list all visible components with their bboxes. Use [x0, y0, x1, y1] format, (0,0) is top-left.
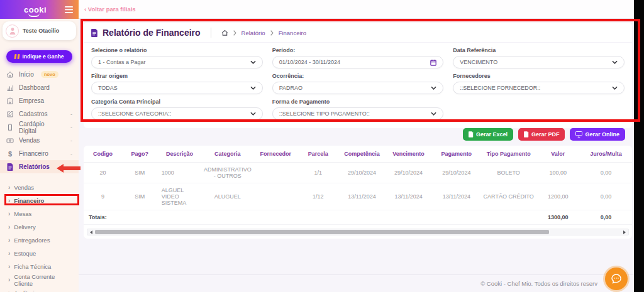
- chevron-down-icon: [612, 60, 618, 64]
- report-select[interactable]: 1 - Contas a Pagar: [91, 56, 263, 68]
- fornecedores-select[interactable]: ::SELECIONE FORNECEDOR::: [453, 82, 625, 94]
- home-icon[interactable]: [221, 30, 228, 36]
- chevron-right-icon: ›: [8, 289, 10, 292]
- gerar-excel-button[interactable]: Gerar Excel: [463, 128, 513, 141]
- breadcrumb-chevron-icon: [270, 30, 274, 36]
- filter-categoria-conta: Categoria Conta Principal ::SELECIONE CA…: [91, 99, 263, 120]
- sidebar-subitem-conta-corrente-cliente[interactable]: ›Conta Corrente Cliente: [0, 273, 79, 286]
- filter-forma-pagamento: Forma de Pagamento ::SELECIONE TIPO PAGA…: [272, 99, 444, 120]
- user-icon: [9, 27, 16, 35]
- filter-label: Data Referência: [453, 47, 625, 53]
- data-referencia-select[interactable]: VENCIMENTO: [453, 56, 625, 68]
- select-value: ::SELECIONE FORNECEDOR::: [460, 85, 540, 91]
- report-table: Codigo Pago? Descrição Categoria Fornece…: [84, 146, 632, 225]
- sidebar-menu: Início novo Dashboard Empresa Cadastros …: [0, 68, 79, 173]
- pencil-square-icon: [6, 111, 14, 118]
- sidebar-subitem-auditoria[interactable]: ›Auditoria: [0, 286, 79, 292]
- collapse-indicator: -: [70, 138, 72, 144]
- sidebar-item-dashboard[interactable]: Dashboard: [0, 81, 79, 94]
- select-value: ::SELECIONE CATEGORIA::: [98, 111, 171, 117]
- footer: © Cooki - Chef Mio. Todos os direitos re…: [79, 274, 634, 292]
- actions-row: Gerar Excel Gerar PDF Gerar Online: [463, 128, 625, 141]
- collapse-indicator: -: [70, 111, 72, 117]
- chevron-down-icon: [250, 60, 256, 64]
- file-icon: [524, 131, 529, 138]
- scrollbar-thumb[interactable]: [95, 230, 549, 234]
- filter-data-referencia: Data Referência VENCIMENTO: [453, 47, 625, 68]
- calendar-icon: [430, 59, 436, 66]
- select-value: TODAS: [98, 85, 118, 91]
- sidebar-item-cadastros[interactable]: Cadastros -: [0, 107, 79, 121]
- breadcrumb-chevron-icon: [233, 30, 237, 36]
- filter-label: Ocorrência:: [272, 73, 444, 79]
- filter-selecione-relatorio: Selecione o relatório 1 - Contas a Pagar: [91, 47, 263, 68]
- select-value: PADRAO: [279, 85, 303, 91]
- ocorrencia-select[interactable]: PADRAO: [272, 82, 444, 94]
- copyright-text: © Cooki - Chef Mio. Todos os direitos re…: [480, 280, 597, 287]
- divider: [211, 28, 211, 38]
- back-link[interactable]: ‹ Voltar para filiais: [84, 6, 136, 13]
- collapse-indicator: -: [70, 124, 72, 131]
- select-value: 01/10/2024 - 30/11/2024: [279, 59, 340, 65]
- gerar-online-button[interactable]: Gerar Online: [570, 128, 625, 141]
- totals-row: Totais: 1300,00 0,00: [84, 210, 632, 225]
- sidebar-subitem-financeiro[interactable]: ›Financeiro: [0, 194, 79, 207]
- chevron-right-icon: ›: [8, 224, 10, 230]
- sidebar-item-inicio[interactable]: Início novo: [0, 68, 79, 81]
- sidebar-subitem-estoque[interactable]: ›Estoque: [0, 247, 79, 260]
- forma-pagamento-select[interactable]: ::SELECIONE TIPO PAGAMENTO::: [272, 107, 444, 120]
- document-icon: [91, 29, 98, 37]
- period-date-input[interactable]: 01/10/2024 - 30/11/2024: [272, 56, 444, 68]
- menu-icon[interactable]: [65, 6, 73, 13]
- sidebar-item-empresa[interactable]: Empresa: [0, 94, 79, 107]
- novo-badge: novo: [41, 71, 58, 78]
- indique-ganhe-button[interactable]: Indique e Ganhe: [6, 50, 72, 63]
- chevron-down-icon: [250, 86, 256, 90]
- select-value: VENCIMENTO: [460, 59, 497, 65]
- monitor-icon: [575, 131, 582, 138]
- sidebar-item-financeiro[interactable]: $ Financeiro -: [0, 147, 79, 160]
- table-row[interactable]: 20 SIM 1000 ADMINISTRATIVO - OUTROS 1/1 …: [84, 163, 632, 183]
- scroll-right-icon[interactable]: [623, 230, 626, 234]
- sidebar-subitem-ficha-tecnica[interactable]: ›Ficha Técnica: [0, 260, 79, 273]
- horizontal-scrollbar[interactable]: [87, 229, 629, 235]
- user-name: Teste Otacilio: [23, 28, 59, 34]
- sidebar-subitem-entregadores[interactable]: ›Entregadores: [0, 234, 79, 247]
- chat-button[interactable]: [605, 268, 628, 290]
- sidebar-subitem-delivery[interactable]: ›Delivery: [0, 220, 79, 234]
- chevron-down-icon: [612, 86, 618, 90]
- chevron-right-icon: ›: [8, 197, 10, 204]
- report-icon: [6, 163, 14, 171]
- chevron-right-icon: ›: [8, 276, 10, 283]
- categoria-select[interactable]: ::SELECIONE CATEGORIA::: [91, 107, 263, 120]
- total-valor: 1300,00: [536, 210, 580, 225]
- chevron-down-icon: [431, 86, 436, 90]
- home-icon: [6, 71, 14, 78]
- sidebar-subitem-mesas[interactable]: ›Mesas: [0, 207, 79, 220]
- file-icon: [469, 131, 474, 138]
- sidebar-item-relatorios[interactable]: Relatórios: [0, 160, 79, 173]
- sidebar-subitem-vendas[interactable]: ›Vendas: [0, 181, 79, 194]
- origem-select[interactable]: TODAS: [91, 82, 263, 94]
- user-card[interactable]: Teste Otacilio: [3, 21, 76, 40]
- table-row[interactable]: 9 SIM ALGUEL VIDEO SISTEMA ALUGUEL 1/12 …: [84, 183, 632, 210]
- select-value: ::SELECIONE TIPO PAGAMENTO::: [279, 111, 370, 117]
- scroll-left-icon[interactable]: [90, 230, 92, 234]
- sidebar-item-cardapio-digital[interactable]: Cardápio Digital -: [0, 121, 79, 134]
- sidebar-header: cooki: [0, 0, 79, 19]
- avatar: [6, 24, 19, 38]
- chevron-right-icon: ›: [8, 184, 10, 191]
- cooki-logo: cooki: [6, 4, 65, 15]
- total-juros: 0,00: [580, 210, 632, 225]
- gerar-pdf-button[interactable]: Gerar PDF: [518, 128, 565, 141]
- breadcrumb-relatorio[interactable]: Relatório: [242, 30, 265, 36]
- filter-fornecedores: Fornecedores ::SELECIONE FORNECEDOR::: [453, 73, 625, 94]
- filter-label: Forma de Pagamento: [272, 99, 444, 105]
- filter-label: Fornecedores: [453, 73, 625, 79]
- smile-icon: [28, 13, 40, 17]
- chevron-down-icon: [250, 112, 256, 116]
- breadcrumb-financeiro[interactable]: Financeiro: [279, 30, 306, 36]
- sidebar-item-vendas[interactable]: Vendas -: [0, 134, 79, 147]
- filter-label: Categoria Conta Principal: [91, 99, 263, 105]
- referral-label: Indique e Ganhe: [22, 53, 64, 60]
